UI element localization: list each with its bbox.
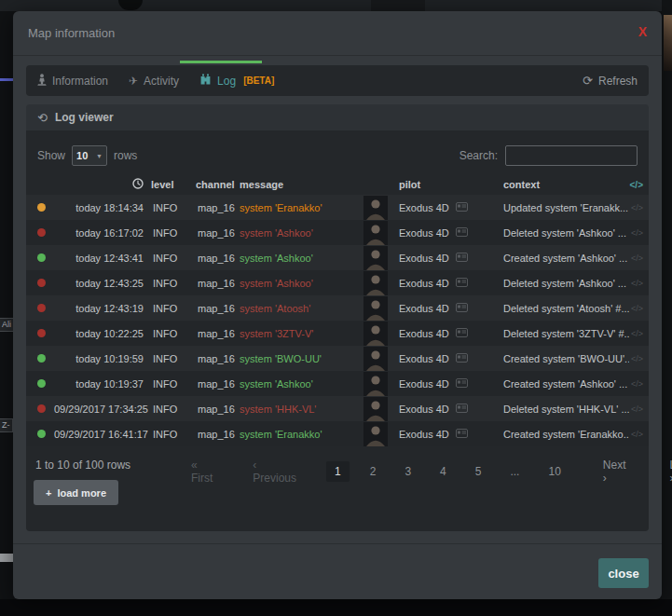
close-button[interactable]: close (598, 558, 649, 588)
dialog-header: Map information X (13, 11, 662, 56)
log-channel: map_16 (196, 328, 240, 339)
row-expand-icon[interactable]: </> (629, 329, 649, 338)
table-row[interactable]: today 10:19:59 INFO map_16 system 'BWO-U… (26, 346, 649, 371)
history-icon: ⟲ (37, 111, 48, 125)
table-row[interactable]: 09/29/2017 17:34:25 INFO map_16 system '… (26, 396, 649, 421)
log-level: INFO (151, 353, 196, 364)
log-time: 09/29/2017 17:34:25 (54, 404, 151, 415)
table-row[interactable]: today 10:19:37 INFO map_16 system 'Ashko… (26, 371, 649, 396)
id-card-icon (456, 328, 468, 339)
pilot-avatar (363, 347, 391, 371)
table-row[interactable]: today 18:14:34 INFO map_16 system 'Erana… (26, 195, 649, 220)
pagination-page-3[interactable]: 3 (396, 461, 419, 482)
row-expand-icon[interactable]: </> (629, 354, 649, 363)
pagination-page-5[interactable]: 5 (467, 461, 490, 482)
pilot-name: Exodus 4D (399, 202, 449, 213)
id-card-icon (456, 378, 468, 390)
rows-per-page-value: 10 (76, 150, 88, 161)
column-header-pilot[interactable]: pilot (391, 179, 503, 190)
status-dot-icon (37, 304, 46, 312)
refresh-label: Refresh (598, 75, 638, 88)
row-expand-icon[interactable]: </> (629, 253, 649, 263)
pilot-name: Exodus 4D (399, 253, 449, 264)
pilot-name: Exodus 4D (399, 227, 449, 239)
tab-activity[interactable]: ✈ Activity (118, 75, 189, 88)
row-expand-icon[interactable]: </> (629, 228, 649, 238)
background-right-strip (662, 0, 672, 616)
table-row[interactable]: today 12:43:41 INFO map_16 system 'Ashko… (26, 245, 649, 270)
row-expand-icon[interactable]: </> (629, 404, 649, 414)
progress-indicator (180, 61, 262, 63)
column-header-level[interactable]: level (151, 179, 196, 190)
tab-log[interactable]: Log [BETA] (189, 74, 284, 88)
dialog-title: Map information (28, 26, 115, 40)
status-dot-icon (37, 404, 46, 413)
pilot-name: Exodus 4D (399, 378, 449, 390)
row-expand-icon[interactable]: </> (629, 203, 649, 212)
pilot-avatar (363, 296, 391, 321)
status-dot-icon (37, 203, 46, 212)
plane-icon: ✈ (129, 75, 138, 88)
column-header-channel[interactable]: channel (196, 179, 240, 190)
log-message: system 'HHK-VL' (240, 404, 363, 415)
column-header-context[interactable]: context (503, 179, 629, 190)
log-viewer-panel: Show 10 ▼ rows Search: level (26, 130, 649, 531)
row-expand-icon[interactable]: </> (629, 304, 649, 313)
column-header-message[interactable]: message (240, 179, 363, 190)
pilot-name: Exodus 4D (399, 353, 449, 364)
table-controls: Show 10 ▼ rows Search: (37, 145, 638, 168)
tab-activity-label: Activity (144, 75, 179, 88)
pagination-previous[interactable]: ‹ Previous (244, 455, 305, 488)
tab-log-label: Log (217, 75, 236, 88)
pagination-page-4[interactable]: 4 (432, 461, 455, 482)
id-card-icon (456, 253, 468, 264)
id-card-icon (456, 429, 468, 440)
pilot-name: Exodus 4D (399, 303, 449, 314)
log-context: Created system 'Eranakko... (503, 429, 629, 440)
load-more-button[interactable]: + load more (34, 480, 118, 505)
show-label: Show (37, 149, 65, 162)
close-icon[interactable]: X (638, 24, 647, 39)
plus-icon: + (46, 487, 51, 499)
log-channel: map_16 (196, 404, 240, 415)
load-more-label: load more (57, 487, 106, 499)
tab-information[interactable]: Information (37, 74, 118, 89)
background-gray-fragment (0, 554, 13, 562)
id-card-icon (456, 303, 468, 314)
log-message: system '3ZTV-V' (240, 328, 363, 339)
row-expand-icon[interactable]: </> (629, 379, 649, 389)
search-input[interactable] (505, 145, 638, 166)
status-dot-icon (37, 379, 46, 388)
pilot-name: Exodus 4D (399, 404, 449, 415)
id-card-icon (456, 404, 468, 415)
refresh-button[interactable]: ⟳ Refresh (583, 74, 638, 88)
pagination-page-...[interactable]: ... (501, 461, 528, 482)
rows-per-page-select[interactable]: 10 ▼ (72, 145, 107, 166)
pagination-last[interactable]: Last » (662, 455, 672, 488)
clock-icon[interactable] (54, 178, 151, 191)
status-dot-icon (37, 253, 46, 262)
log-time: today 16:17:02 (54, 227, 151, 239)
log-channel: map_16 (196, 278, 240, 289)
log-level: INFO (151, 202, 196, 213)
log-context: Deleted system 'HHK-VL' ... (503, 404, 629, 415)
pagination-page-2[interactable]: 2 (362, 461, 385, 482)
log-context: Updated system 'Eranakk... (503, 202, 629, 213)
pagination-page-10[interactable]: 10 (540, 461, 569, 482)
street-view-icon (37, 74, 47, 89)
status-dot-icon (37, 279, 46, 287)
pagination-next[interactable]: Next › (595, 455, 635, 488)
table-row[interactable]: today 12:43:25 INFO map_16 system 'Ashko… (26, 270, 649, 295)
table-row[interactable]: today 10:22:25 INFO map_16 system '3ZTV-… (26, 321, 649, 346)
status-dot-icon (37, 354, 46, 363)
table-row[interactable]: 09/29/2017 16:41:17 INFO map_16 system '… (26, 421, 649, 446)
table-row[interactable]: today 12:43:19 INFO map_16 system 'Atoos… (26, 295, 649, 321)
table-row[interactable]: today 16:17:02 INFO map_16 system 'Ashko… (26, 220, 649, 245)
rows-label: rows (114, 149, 137, 162)
pagination-page-1[interactable]: 1 (326, 461, 350, 482)
log-level: INFO (151, 429, 196, 440)
row-expand-icon[interactable]: </> (629, 279, 649, 288)
row-expand-icon[interactable]: </> (629, 430, 649, 439)
log-context: Created system 'BWO-UU'... (503, 353, 629, 364)
pagination-first[interactable]: « First (183, 455, 221, 488)
